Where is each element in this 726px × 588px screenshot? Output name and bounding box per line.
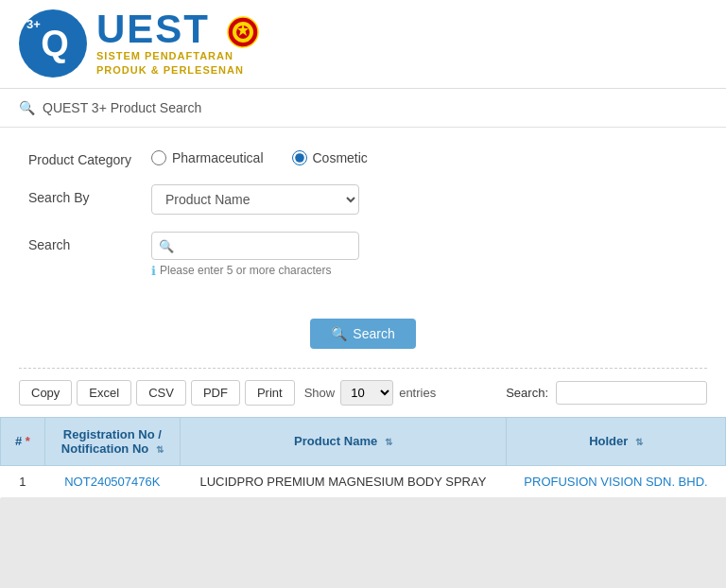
radio-cosmetic-label[interactable]: Cosmetic	[313, 150, 368, 165]
print-button[interactable]: Print	[245, 380, 295, 406]
reg-no-link[interactable]: NOT240507476K	[64, 475, 160, 489]
product-name-text: LUCIDPRO PREMIUM MAGNESIUM BODY SPRAY	[199, 475, 486, 489]
search-by-label: Search By	[28, 184, 151, 205]
search-button-label: Search	[353, 326, 394, 341]
excel-button[interactable]: Excel	[77, 380, 131, 406]
product-category-label: Product Category	[28, 147, 151, 167]
col-product-sort-icon: ⇅	[385, 437, 392, 447]
table-controls: Copy Excel CSV PDF Print Show 10 25 50 1…	[0, 369, 726, 417]
table-search: Search:	[506, 381, 707, 405]
table-header-row: # * Registration No /Notification No ⇅ P…	[1, 417, 726, 465]
table-search-input[interactable]	[556, 381, 707, 405]
search-btn-row: 🔍 Search	[0, 304, 726, 368]
cell-num: 1	[1, 465, 45, 497]
table-row: 1 NOT240507476K LUCIDPRO PREMIUM MAGNESI…	[1, 465, 726, 497]
table-body: 1 NOT240507476K LUCIDPRO PREMIUM MAGNESI…	[1, 465, 726, 497]
cell-holder: PROFUSION VISION SDN. BHD.	[507, 465, 726, 497]
entries-select[interactable]: 10 25 50 100	[340, 380, 393, 406]
search-title-icon: 🔍	[19, 100, 35, 115]
search-row: Search 🔍 ℹ Please enter 5 or more charac…	[28, 232, 698, 278]
radio-group: Pharmaceutical Cosmetic	[151, 147, 698, 165]
copy-button[interactable]: Copy	[19, 380, 72, 406]
search-input[interactable]	[151, 232, 359, 260]
col-reg-sort-icon: ⇅	[156, 444, 164, 455]
data-table: # * Registration No /Notification No ⇅ P…	[0, 417, 726, 498]
search-input-wrapper: 🔍	[151, 232, 359, 260]
search-by-row: Search By Product Name Registration No H…	[28, 184, 698, 215]
search-hint-text: Please enter 5 or more characters	[160, 264, 331, 277]
col-num-label: # *	[15, 434, 30, 448]
pdf-button[interactable]: PDF	[191, 380, 240, 406]
search-button[interactable]: 🔍 Search	[310, 319, 415, 349]
search-input-field: 🔍 ℹ Please enter 5 or more characters	[151, 232, 698, 278]
logo-q-letter: Q	[41, 24, 69, 64]
hint-icon: ℹ	[151, 264, 156, 278]
radio-cosmetic-input[interactable]	[292, 150, 307, 165]
main-content: 🔍 QUEST 3+ Product Search Product Catego…	[0, 89, 726, 498]
radio-cosmetic[interactable]: Cosmetic	[292, 150, 368, 165]
show-entries: Show 10 25 50 100 entries	[304, 380, 437, 406]
col-holder-label: Holder	[589, 434, 628, 448]
radio-pharmaceutical[interactable]: Pharmaceutical	[151, 150, 264, 165]
search-by-select[interactable]: Product Name Registration No Holder Name	[151, 184, 359, 215]
radio-pharmaceutical-input[interactable]	[151, 150, 166, 165]
table-search-label: Search:	[506, 386, 548, 400]
search-title-text: QUEST 3+ Product Search	[43, 100, 201, 115]
col-reg-no: Registration No /Notification No ⇅	[44, 417, 180, 465]
entries-label: entries	[399, 386, 436, 400]
logo-area: 3+ Q UEST SISTEM PENDAFTARAN PRODUK & PE…	[19, 9, 259, 78]
holder-link[interactable]: PROFUSION VISION SDN. BHD.	[524, 475, 707, 489]
search-by-field: Product Name Registration No Holder Name	[151, 184, 698, 215]
col-holder-sort-icon: ⇅	[635, 437, 643, 447]
app-header: 3+ Q UEST SISTEM PENDAFTARAN PRODUK & PE…	[0, 0, 726, 89]
radio-pharmaceutical-label[interactable]: Pharmaceutical	[172, 150, 264, 165]
logo-text: UEST SISTEM PENDAFTARAN PRODUK & PERLESE…	[96, 9, 259, 78]
col-reg-no-label: Registration No /Notification No	[61, 427, 162, 456]
logo-quest-text: UEST	[96, 9, 259, 49]
row-num: 1	[19, 475, 26, 489]
table-header: # * Registration No /Notification No ⇅ P…	[1, 417, 726, 465]
search-button-icon: 🔍	[331, 326, 347, 341]
search-hint: ℹ Please enter 5 or more characters	[151, 264, 698, 278]
col-holder: Holder ⇅	[507, 417, 726, 465]
logo-q-circle: 3+ Q	[19, 9, 87, 78]
product-category-field: Pharmaceutical Cosmetic	[151, 147, 698, 165]
search-input-label: Search	[28, 232, 151, 252]
cell-reg-no: NOT240507476K	[44, 465, 180, 497]
search-title-bar: 🔍 QUEST 3+ Product Search	[0, 89, 726, 128]
logo-uest: UEST	[96, 7, 210, 51]
logo-emblem	[227, 16, 259, 48]
search-input-icon: 🔍	[159, 238, 174, 252]
logo-subtitle: SISTEM PENDAFTARAN PRODUK & PERLESENAN	[96, 49, 259, 78]
cell-product-name: LUCIDPRO PREMIUM MAGNESIUM BODY SPRAY	[180, 465, 506, 497]
form-area: Product Category Pharmaceutical Cosmetic…	[0, 128, 726, 304]
csv-button[interactable]: CSV	[136, 380, 186, 406]
col-product-name-label: Product Name	[294, 434, 377, 448]
product-category-row: Product Category Pharmaceutical Cosmetic	[28, 147, 698, 167]
logo-3plus: 3+	[26, 17, 41, 31]
col-product-name: Product Name ⇅	[180, 417, 506, 465]
col-num: # *	[1, 417, 45, 465]
show-label: Show	[304, 386, 336, 400]
